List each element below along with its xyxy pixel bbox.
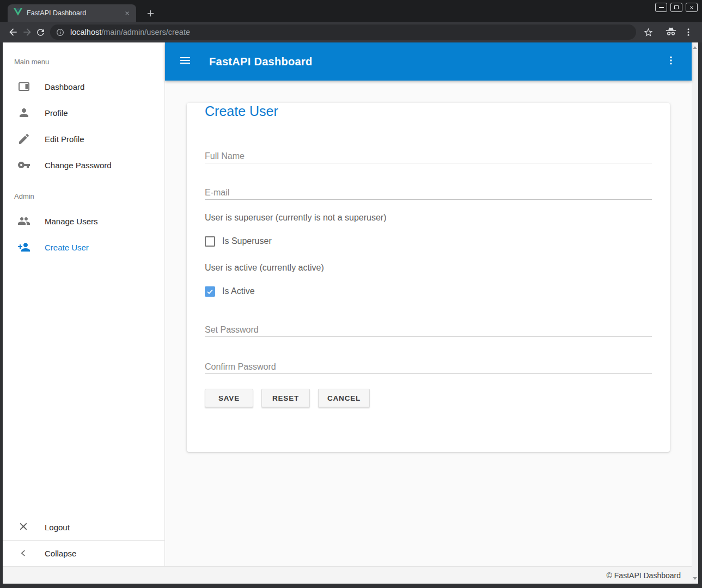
- arrow-up-icon[interactable]: [693, 46, 697, 49]
- sidebar-section-admin: Admin: [3, 184, 164, 208]
- incognito-icon: [665, 26, 677, 38]
- key-icon: [17, 158, 30, 171]
- vue-favicon: [14, 8, 22, 18]
- appbar-menu-button[interactable]: [666, 55, 676, 68]
- forward-icon: [22, 27, 33, 38]
- incognito-badge: [664, 26, 677, 39]
- browser-tab[interactable]: FastAPI Dashboard: [8, 4, 136, 22]
- sidebar: Main menu Dashboard Profile Edit Profile: [3, 42, 165, 566]
- minimize-icon: [659, 7, 664, 8]
- reset-button[interactable]: RESET: [261, 389, 310, 407]
- bookmark-button[interactable]: [642, 26, 655, 39]
- sidebar-item-change-password[interactable]: Change Password: [3, 152, 164, 178]
- kebab-icon: [683, 27, 693, 37]
- reload-icon: [35, 27, 46, 38]
- superuser-hint: User is superuser (currently is not a su…: [205, 212, 652, 223]
- main-content: Create User User is superuser (currently…: [165, 81, 692, 566]
- set-password-field[interactable]: [205, 323, 652, 337]
- sidebar-item-dashboard[interactable]: Dashboard: [3, 74, 164, 100]
- check-icon: [206, 287, 214, 296]
- forward-button[interactable]: [21, 26, 34, 39]
- browser-menu-button[interactable]: [682, 26, 695, 39]
- window-controls: [655, 3, 698, 12]
- tab-close-icon[interactable]: [123, 9, 131, 17]
- back-icon: [8, 27, 19, 38]
- tab-title: FastAPI Dashboard: [27, 9, 123, 17]
- sidebar-item-collapse[interactable]: Collapse: [3, 540, 164, 566]
- close-icon: [17, 520, 30, 534]
- superuser-checkbox-row[interactable]: Is Superuser: [205, 236, 652, 247]
- full-name-field[interactable]: [205, 149, 652, 163]
- dashboard-icon: [17, 80, 30, 93]
- active-hint: User is active (currently active): [205, 262, 652, 273]
- hamburger-menu-button[interactable]: [179, 54, 192, 69]
- back-button[interactable]: [7, 26, 20, 39]
- arrow-down-icon[interactable]: [693, 577, 697, 580]
- people-icon: [17, 215, 30, 228]
- cancel-button[interactable]: CANCEL: [318, 389, 370, 407]
- maximize-icon: [674, 5, 679, 9]
- star-icon: [643, 27, 654, 38]
- active-checkbox-label: Is Active: [222, 286, 255, 296]
- save-button[interactable]: SAVE: [205, 389, 253, 407]
- copyright-text: © FastAPI Dashboard: [607, 571, 681, 580]
- page: Main menu Dashboard Profile Edit Profile: [3, 42, 698, 584]
- kebab-icon: [666, 55, 676, 66]
- info-icon[interactable]: [56, 28, 65, 37]
- browser-toolbar: localhost/main/admin/users/create: [0, 22, 702, 42]
- browser-window: FastAPI Dashboard localhost/m: [0, 0, 702, 588]
- chevron-left-icon: [17, 547, 30, 560]
- page-scrollbar[interactable]: [692, 42, 698, 584]
- close-icon: [689, 5, 694, 10]
- active-checkbox[interactable]: [205, 286, 215, 297]
- pencil-icon: [17, 132, 30, 145]
- minimize-button[interactable]: [655, 3, 667, 12]
- person-icon: [17, 106, 30, 119]
- superuser-checkbox-label: Is Superuser: [222, 236, 272, 246]
- sidebar-section-main: Main menu: [3, 50, 164, 74]
- form-buttons: SAVE RESET CANCEL: [205, 389, 652, 407]
- create-user-card: Create User User is superuser (currently…: [187, 103, 670, 452]
- page-title: Create User: [205, 103, 652, 119]
- tab-strip: FastAPI Dashboard: [0, 0, 702, 22]
- active-checkbox-row[interactable]: Is Active: [205, 286, 652, 297]
- new-tab-button[interactable]: [143, 5, 158, 21]
- sidebar-item-profile[interactable]: Profile: [3, 100, 164, 126]
- content-area: FastAPI Dashboard Create User User is su…: [165, 42, 692, 566]
- reload-button[interactable]: [34, 26, 47, 39]
- superuser-checkbox[interactable]: [205, 236, 215, 247]
- sidebar-item-create-user[interactable]: Create User: [3, 234, 164, 260]
- appbar-title: FastAPI Dashboard: [209, 56, 313, 68]
- url-text: localhost/main/admin/users/create: [70, 28, 190, 36]
- person-add-icon: [17, 241, 30, 254]
- sidebar-item-manage-users[interactable]: Manage Users: [3, 208, 164, 234]
- footer: © FastAPI Dashboard: [3, 566, 692, 584]
- url-bar[interactable]: localhost/main/admin/users/create: [50, 24, 636, 40]
- sidebar-item-edit-profile[interactable]: Edit Profile: [3, 126, 164, 152]
- app-bar: FastAPI Dashboard: [165, 42, 692, 81]
- close-window-button[interactable]: [686, 3, 698, 12]
- hamburger-icon: [179, 54, 192, 67]
- maximize-button[interactable]: [670, 3, 682, 12]
- sidebar-item-logout[interactable]: Logout: [3, 514, 164, 540]
- confirm-password-field[interactable]: [205, 360, 652, 374]
- email-field[interactable]: [205, 186, 652, 200]
